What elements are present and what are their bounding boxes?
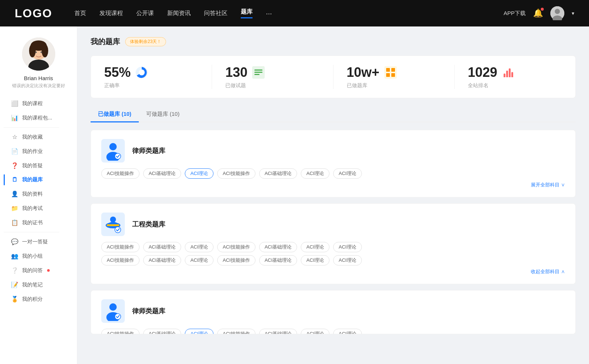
- svg-rect-20: [386, 73, 390, 77]
- svg-point-29: [115, 227, 121, 233]
- sidebar-item-myqa[interactable]: ❔ 我的问答: [4, 263, 73, 278]
- tag-3-5[interactable]: ACI基础理论: [259, 329, 297, 334]
- tag-2-12[interactable]: ACI基础理论: [259, 255, 297, 265]
- sidebar-item-notes[interactable]: 📝 我的笔记: [4, 278, 73, 292]
- tag-1-1[interactable]: ACI技能操作: [101, 168, 140, 179]
- main-content: 我的题库 体验剩余23天！ 55%: [77, 26, 589, 364]
- tab-available-banks[interactable]: 可做题库 (10): [139, 107, 187, 122]
- tag-1-4[interactable]: ACI技能操作: [217, 168, 255, 179]
- stat-top-2: 130: [225, 65, 265, 80]
- divider-2: [4, 232, 59, 232]
- sidebar-item-tutor[interactable]: 💬 一对一答疑: [4, 235, 73, 249]
- expand-button-1[interactable]: 展开全部科目 ∨: [531, 182, 565, 188]
- sidebar-item-profile[interactable]: 👤 我的资料: [4, 187, 73, 201]
- logo[interactable]: LOGO: [15, 7, 52, 20]
- stat-top-3: 10w+: [347, 65, 397, 80]
- tag-1-5[interactable]: ACI基础理论: [259, 168, 297, 179]
- person-icon: 👤: [11, 190, 18, 197]
- stat-value-1: 55%: [104, 65, 131, 80]
- tag-2-11[interactable]: ACI技能操作: [217, 255, 255, 265]
- tag-2-10[interactable]: ACI理论: [185, 255, 214, 265]
- tag-2-13[interactable]: ACI理论: [301, 255, 329, 265]
- tag-2-8[interactable]: ACI技能操作: [101, 255, 140, 265]
- pie-chart-icon: [135, 66, 148, 79]
- stat-label-1: 正确率: [104, 82, 120, 89]
- sidebar-item-mycourse[interactable]: ⬜ 我的课程: [4, 96, 73, 111]
- tag-2-7[interactable]: ACI理论: [333, 242, 362, 252]
- page-header: 我的题库 体验剩余23天！: [91, 37, 576, 47]
- qbank-card-1-name: 律师类题库: [132, 146, 165, 155]
- group-icon: 👥: [11, 253, 18, 260]
- tag-2-4[interactable]: ACI技能操作: [217, 242, 255, 252]
- stat-label-3: 已做题库: [347, 82, 367, 89]
- qbank-card-2-header: 工程类题库: [101, 213, 565, 236]
- nav-discover[interactable]: 发现课程: [99, 10, 123, 17]
- grid-icon: [384, 66, 397, 79]
- tab-done-banks[interactable]: 已做题库 (10): [91, 107, 139, 122]
- stat-rank: 1029 全站排名: [455, 65, 575, 89]
- nav-more[interactable]: ···: [266, 9, 272, 18]
- star-icon: ☆: [11, 133, 18, 140]
- tag-2-2[interactable]: ACI基础理论: [143, 242, 181, 252]
- tag-2-9[interactable]: ACI基础理论: [143, 255, 181, 265]
- tag-3-2[interactable]: ACI基础理论: [143, 329, 181, 334]
- sidebar-item-mypkg[interactable]: 📊 我的课程包...: [4, 111, 73, 125]
- tag-2-14[interactable]: ACI理论: [333, 255, 362, 265]
- nav-right: APP下载 🔔 ▾: [504, 6, 574, 20]
- page-title: 我的题库: [91, 37, 120, 47]
- chevron-down-icon[interactable]: ▾: [572, 10, 574, 16]
- tag-1-6[interactable]: ACI理论: [301, 168, 329, 179]
- collapse-button-2[interactable]: 收起全部科目 ∧: [531, 268, 565, 275]
- nav-qa[interactable]: 问答社区: [204, 10, 228, 17]
- tag-3-4[interactable]: ACI技能操作: [217, 329, 255, 334]
- cert-icon: 📋: [11, 219, 18, 226]
- nav-qbank[interactable]: 题库: [241, 8, 253, 18]
- tag-2-5[interactable]: ACI基础理论: [259, 242, 297, 252]
- sidebar-item-favorites[interactable]: ☆ 我的收藏: [4, 130, 73, 144]
- document-icon: ⬜: [11, 100, 18, 107]
- tag-1-2[interactable]: ACI基础理论: [143, 168, 181, 179]
- tag-3-6[interactable]: ACI理论: [301, 329, 329, 334]
- qbank-card-1-tags: ACI技能操作 ACI基础理论 ACI理论 ACI技能操作 ACI基础理论 AC…: [101, 168, 565, 179]
- nav-opencourse[interactable]: 公开课: [136, 10, 154, 17]
- qbank-card-1-expand: 展开全部科目 ∨: [101, 182, 565, 188]
- svg-point-30: [109, 303, 117, 311]
- note-icon: 📝: [11, 281, 18, 288]
- nav-app-download[interactable]: APP下载: [504, 10, 526, 17]
- list-icon: [252, 66, 265, 79]
- stat-done-banks: 10w+ 已做题库: [334, 65, 455, 89]
- svg-point-32: [115, 314, 121, 320]
- lawyer-icon: [103, 141, 123, 161]
- nav-links: 首页 发现课程 公开课 新闻资讯 问答社区 题库 ···: [74, 8, 504, 18]
- tag-2-6[interactable]: ACI理论: [301, 242, 329, 252]
- svg-point-1: [555, 9, 560, 14]
- tag-3-3[interactable]: ACI理论: [185, 329, 214, 334]
- sidebar-item-homework[interactable]: 📄 我的作业: [4, 144, 73, 158]
- sidebar-item-points[interactable]: 🏅 我的积分: [4, 292, 73, 306]
- nav-news[interactable]: 新闻资讯: [167, 10, 191, 17]
- tag-1-3[interactable]: ACI理论: [185, 168, 214, 179]
- sidebar-item-cert[interactable]: 📋 我的证书: [4, 215, 73, 230]
- qbank-card-1-avatar: [101, 139, 125, 163]
- tag-1-7[interactable]: ACI理论: [333, 168, 362, 179]
- tag-3-1[interactable]: ACI技能操作: [101, 329, 140, 334]
- sidebar-item-answers[interactable]: ❓ 我的答疑: [4, 158, 73, 173]
- lawyer-icon-3: [103, 301, 123, 321]
- tag-2-3[interactable]: ACI理论: [185, 242, 214, 252]
- sidebar-item-qbank[interactable]: 🗒 我的题库: [4, 173, 73, 187]
- qbank-card-2-collapse: 收起全部科目 ∧: [101, 268, 565, 275]
- qbank-card-3-avatar: [101, 299, 125, 323]
- chart-icon: 📊: [11, 114, 18, 121]
- svg-rect-19: [391, 68, 395, 72]
- nav-home[interactable]: 首页: [74, 10, 86, 17]
- sidebar-item-exam[interactable]: 📁 我的考试: [4, 201, 73, 215]
- qbank-card-3-tags: ACI技能操作 ACI基础理论 ACI理论 ACI技能操作 ACI基础理论 AC…: [101, 329, 565, 334]
- avatar[interactable]: [550, 6, 564, 20]
- svg-rect-14: [254, 69, 262, 71]
- nav-bell[interactable]: 🔔: [533, 8, 543, 18]
- sidebar-item-group[interactable]: 👥 我的小组: [4, 249, 73, 263]
- tag-3-7[interactable]: ACI理论: [333, 329, 362, 334]
- qbank-card-2-avatar: [101, 213, 125, 236]
- tag-2-1[interactable]: ACI技能操作: [101, 242, 140, 252]
- svg-rect-21: [391, 73, 395, 77]
